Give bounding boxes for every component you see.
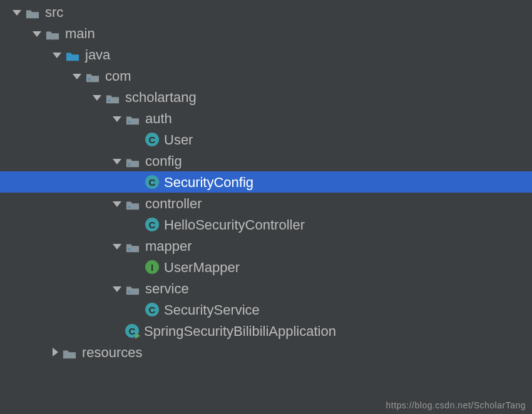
tree-item-label: UserMapper (164, 258, 240, 276)
package-icon (125, 113, 140, 124)
tree-item-label: SecurityConfig (164, 173, 253, 191)
watermark: https://blog.csdn.net/ScholarTang (386, 400, 526, 410)
tree-item[interactable]: service (0, 278, 532, 299)
chevron-down-icon[interactable] (13, 10, 21, 16)
chevron-down-icon[interactable] (113, 286, 121, 292)
tree-item-label: User (164, 131, 193, 148)
package-icon (125, 240, 140, 251)
tree-item[interactable]: mapper (0, 235, 532, 256)
tree-item[interactable]: com (0, 65, 532, 86)
chevron-down-icon[interactable] (113, 244, 121, 250)
tree-item-label: com (105, 67, 131, 84)
chevron-down-icon[interactable] (73, 74, 81, 79)
svg-point-3 (128, 163, 130, 166)
tree-item[interactable]: CSecurityConfig (0, 171, 532, 193)
tree-item-label: config (145, 152, 182, 169)
runnable-class-icon: C (125, 324, 139, 338)
source-folder-icon (65, 49, 80, 60)
svg-point-6 (128, 291, 130, 293)
tree-item[interactable]: CSpringSecurityBilibiliApplication (0, 320, 532, 341)
package-icon (105, 91, 120, 103)
folder-icon (25, 6, 40, 18)
tree-item[interactable]: controller (0, 193, 532, 214)
tree-item[interactable]: CUser (0, 129, 532, 150)
tree-item-label: SecurityService (164, 301, 260, 318)
class-icon: C (145, 175, 159, 189)
tree-item[interactable]: main (0, 23, 532, 44)
tree-item-label: main (65, 24, 95, 42)
tree-item-label: src (45, 3, 63, 21)
class-icon: C (145, 133, 159, 146)
folder-icon (45, 28, 60, 39)
project-tree: srcmainjavacomscholartangauthCUserconfig… (0, 0, 532, 363)
chevron-down-icon[interactable] (113, 116, 121, 122)
class-icon: C (145, 218, 159, 231)
package-icon (125, 283, 140, 294)
tree-item[interactable]: src (0, 1, 532, 23)
chevron-down-icon[interactable] (113, 159, 121, 164)
arrow-spacer (113, 326, 121, 335)
tree-item-label: HelloSecurityController (164, 216, 305, 233)
arrow-spacer (133, 220, 141, 229)
chevron-down-icon[interactable] (113, 201, 121, 207)
tree-item-label: mapper (145, 237, 192, 255)
arrow-spacer (133, 178, 141, 186)
arrow-spacer (133, 305, 141, 314)
interface-icon: I (145, 260, 159, 274)
tree-item-label: SpringSecurityBilibiliApplication (144, 322, 336, 340)
tree-item-label: java (85, 46, 110, 63)
tree-item[interactable]: IUserMapper (0, 256, 532, 278)
svg-point-2 (128, 121, 130, 123)
tree-item[interactable]: CSecurityService (0, 299, 532, 320)
package-icon (125, 155, 140, 166)
package-icon (125, 198, 140, 209)
svg-point-4 (128, 206, 130, 208)
chevron-right-icon[interactable] (53, 348, 58, 356)
svg-point-5 (128, 248, 130, 251)
tree-item-label: scholartang (125, 88, 197, 106)
chevron-down-icon[interactable] (53, 53, 61, 58)
chevron-down-icon[interactable] (33, 31, 41, 37)
arrow-spacer (133, 135, 141, 144)
svg-point-0 (88, 78, 90, 81)
tree-item[interactable]: config (0, 150, 532, 171)
tree-item-label: service (145, 280, 189, 297)
tree-item-label: controller (145, 194, 202, 212)
tree-item[interactable]: resources (0, 341, 532, 363)
package-icon (85, 70, 100, 81)
tree-item[interactable]: java (0, 44, 532, 65)
tree-item[interactable]: scholartang (0, 86, 532, 108)
folder-icon (62, 346, 77, 358)
tree-item-label: resources (82, 343, 143, 361)
class-icon: C (145, 303, 159, 316)
arrow-spacer (133, 263, 141, 271)
tree-item-label: auth (145, 109, 172, 127)
tree-item[interactable]: auth (0, 108, 532, 129)
svg-point-1 (108, 99, 110, 102)
tree-item[interactable]: CHelloSecurityController (0, 214, 532, 235)
chevron-down-icon[interactable] (93, 95, 101, 101)
